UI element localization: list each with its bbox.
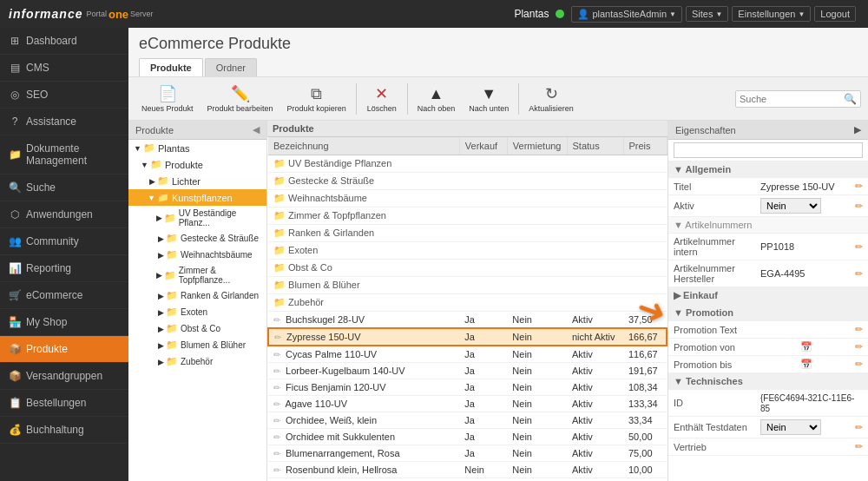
edit-icon[interactable]: ✏ bbox=[855, 181, 863, 192]
site-name: Plantas bbox=[514, 8, 549, 20]
sidebar-item-produkte[interactable]: 📦 Produkte bbox=[0, 336, 128, 363]
edit-icon[interactable]: ✏ bbox=[855, 359, 863, 370]
tab-produkte[interactable]: Produkte bbox=[139, 58, 203, 76]
table-scroll[interactable]: Bezeichnung Verkauf Vermietung Status Pr… bbox=[267, 137, 667, 481]
props-expand-icon[interactable]: ▶ bbox=[854, 124, 861, 135]
sidebar-item-versandgruppen[interactable]: 📦 Versandgruppen bbox=[0, 363, 128, 390]
collapse-icon[interactable]: ◀ bbox=[253, 124, 260, 135]
edit-icon[interactable]: ✏ bbox=[855, 422, 863, 433]
tree-item-exoten[interactable]: ▶ 📁 Exoten bbox=[128, 304, 266, 320]
folder-icon: 📁 bbox=[150, 159, 162, 170]
sidebar-item-myshop[interactable]: 🏪 My Shop bbox=[0, 309, 128, 336]
tree-item-gestecke[interactable]: ▶ 📁 Gestecke & Sträuße bbox=[128, 230, 266, 247]
folder-icon: 📁 bbox=[273, 297, 286, 307]
refresh-button[interactable]: ↻ Aktualisieren bbox=[523, 81, 580, 116]
tree-item-ranken[interactable]: ▶ 📁 Ranken & Girlanden bbox=[128, 287, 266, 304]
edit-icon[interactable]: ✏ bbox=[855, 441, 863, 452]
sidebar-item-dashboard[interactable]: ⊞ Dashboard bbox=[0, 28, 128, 55]
table-row[interactable]: ✏ Lorbeer-Kugelbaum 140-UV JaNeinAktiv19… bbox=[268, 363, 667, 379]
user-menu[interactable]: 👤 plantasSiteAdmin ▼ bbox=[571, 6, 682, 23]
settings-menu[interactable]: Einstellungen ▼ bbox=[732, 6, 811, 22]
table-row[interactable]: 📁 Zubehör bbox=[268, 294, 667, 312]
calendar-icon[interactable]: 📅 bbox=[800, 341, 812, 353]
table-row[interactable]: ✏ Ficus Benjamin 120-UV JaNeinAktiv108,3… bbox=[268, 379, 667, 396]
tree-item-weihnachts[interactable]: ▶ 📁 Weihnachtsbäume bbox=[128, 247, 266, 263]
tree-item-zubehor[interactable]: ▶ 📁 Zubehör bbox=[128, 353, 266, 370]
tree-item-kunstpflanzen[interactable]: ▼ 📁 Kunstpflanzen bbox=[128, 189, 266, 206]
tree-item-uv[interactable]: ▶ 📁 UV Beständige Pflanz... bbox=[128, 206, 266, 230]
props-subsection-row: ▼ Artikelnummern bbox=[668, 217, 868, 234]
logout-button[interactable]: Logout bbox=[814, 6, 856, 22]
props-header: Eigenschaften ▶ bbox=[668, 121, 868, 140]
sidebar-item-anwendungen[interactable]: ⬡ Anwendungen bbox=[0, 201, 128, 228]
delete-button[interactable]: ✕ Löschen bbox=[360, 81, 404, 116]
section-toggle-icon[interactable]: ▶ bbox=[674, 290, 681, 300]
expand-arrow-icon: ▶ bbox=[158, 358, 164, 366]
content-body: Produkte ◀ ▼ 📁 Plantas ▼ 📁 Produkte bbox=[128, 121, 868, 481]
sidebar-item-seo[interactable]: ◎ SEO bbox=[0, 82, 128, 109]
move-up-button[interactable]: ▲ Nach oben bbox=[411, 82, 462, 116]
copy-product-button[interactable]: ⧉ Produkt kopieren bbox=[281, 82, 352, 116]
props-search-input[interactable] bbox=[674, 142, 863, 158]
expand-arrow-icon: ▶ bbox=[156, 214, 162, 222]
tree-item-obst[interactable]: ▶ 📁 Obst & Co bbox=[128, 320, 266, 337]
arrow-down-icon: ▼ bbox=[481, 85, 496, 103]
aktiv-select[interactable]: NeinJa bbox=[760, 198, 821, 214]
table-row[interactable]: 📁 Zimmer & Topfpflanzen bbox=[268, 208, 667, 225]
sidebar-item-reporting[interactable]: 📊 Reporting bbox=[0, 255, 128, 282]
table-row[interactable]: 📁 Weihnachtsbäume bbox=[268, 190, 667, 208]
table-row[interactable]: 📁 Blumen & Blüher bbox=[268, 277, 667, 294]
table-row[interactable]: ✏ Agave 110-UV JaNeinAktiv133,34 bbox=[268, 396, 667, 412]
sites-menu[interactable]: Sites ▼ bbox=[686, 6, 728, 22]
dokumente-icon: 📁 bbox=[9, 148, 21, 161]
tree-item-plantas[interactable]: ▼ 📁 Plantas bbox=[128, 140, 266, 156]
tree-item-lichter[interactable]: ▶ 📁 Lichter bbox=[128, 173, 266, 189]
search-icon: 🔍 bbox=[844, 93, 857, 105]
edit-product-button[interactable]: ✏️ Produkt bearbeiten bbox=[201, 81, 279, 116]
testdaten-select[interactable]: NeinJa bbox=[760, 419, 821, 435]
content-header: eCommerce Produkte Produkte Ordner bbox=[128, 28, 868, 77]
sidebar-item-cms[interactable]: ▤ CMS bbox=[0, 55, 128, 82]
section-toggle-icon[interactable]: ▼ bbox=[674, 376, 683, 386]
edit-icon[interactable]: ✏ bbox=[855, 268, 863, 280]
table-row[interactable]: 📁 UV Beständige Pflanzen bbox=[268, 155, 667, 173]
new-product-button[interactable]: 📄 Neues Produkt bbox=[135, 81, 200, 116]
table-row[interactable]: ✏ Buchskugel 28-UV JaNeinAktiv37,50 bbox=[268, 312, 667, 329]
sidebar-item-assistance[interactable]: ? Assistance bbox=[0, 109, 128, 135]
subsection-toggle-icon[interactable]: ▼ bbox=[674, 220, 683, 230]
table-row[interactable]: 📁 Exoten bbox=[268, 242, 667, 260]
table-row[interactable]: ✏ Cycas Palme 110-UV JaNeinAktiv116,67 bbox=[268, 346, 667, 363]
table-row-selected[interactable]: ✏ Zypresse 150-UV JaNeinnicht Aktiv166,6… bbox=[268, 328, 667, 346]
sidebar-item-buchhaltung[interactable]: 💰 Buchhaltung bbox=[0, 417, 128, 444]
section-toggle-icon[interactable]: ▼ bbox=[674, 307, 683, 318]
tab-ordner[interactable]: Ordner bbox=[205, 58, 257, 76]
sidebar-item-bestellungen[interactable]: 📋 Bestellungen bbox=[0, 390, 128, 417]
table-row[interactable]: ✏ Rosenbund klein, Hellrosa NeinNeinAkti… bbox=[268, 462, 667, 478]
edit-icon[interactable]: ✏ bbox=[855, 341, 863, 353]
sidebar-item-community[interactable]: 👥 Community bbox=[0, 228, 128, 255]
tree-item-produkte-root[interactable]: ▼ 📁 Produkte bbox=[128, 156, 266, 173]
table-row[interactable]: ✏ Orchidee mit Sukkulenten JaNeinAktiv50… bbox=[268, 429, 667, 445]
table-row[interactable]: 📁 Obst & Co bbox=[268, 260, 667, 277]
props-row: Promotion Text ✏ bbox=[668, 321, 868, 339]
folder-icon: 📁 bbox=[273, 158, 286, 168]
table-row[interactable]: ✏ Orchidee, Weiß, klein JaNeinAktiv33,34 bbox=[268, 412, 667, 429]
cms-icon: ▤ bbox=[9, 62, 21, 74]
table-row[interactable]: 📁 Gestecke & Sträuße bbox=[268, 173, 667, 190]
section-toggle-icon[interactable]: ▼ bbox=[674, 164, 683, 175]
edit-icon[interactable]: ✏ bbox=[855, 201, 863, 212]
sidebar-item-suche[interactable]: 🔍 Suche bbox=[0, 175, 128, 201]
move-down-button[interactable]: ▼ Nach unten bbox=[463, 82, 515, 116]
table-row[interactable]: ✏ Blumenarrangement, Rosa JaNeinAktiv75,… bbox=[268, 445, 667, 462]
content-area: eCommerce Produkte Produkte Ordner 📄 Neu… bbox=[128, 28, 868, 481]
tree-item-zimmer[interactable]: ▶ 📁 Zimmer & Topfpflanze... bbox=[128, 263, 266, 287]
edit-icon[interactable]: ✏ bbox=[855, 324, 863, 335]
sidebar-item-dokumente[interactable]: 📁 Dokumente Management bbox=[0, 135, 128, 175]
search-input[interactable] bbox=[740, 94, 844, 104]
sidebar-item-ecommerce[interactable]: 🛒 eCommerce bbox=[0, 282, 128, 309]
table-row[interactable]: 📁 Ranken & Girlanden bbox=[268, 225, 667, 242]
edit-icon[interactable]: ✏ bbox=[855, 241, 863, 253]
tree-item-blumen[interactable]: ▶ 📁 Blumen & Blüher bbox=[128, 337, 266, 353]
props-row: Promotion bis 📅 ✏ bbox=[668, 356, 868, 373]
calendar-icon[interactable]: 📅 bbox=[800, 359, 812, 370]
